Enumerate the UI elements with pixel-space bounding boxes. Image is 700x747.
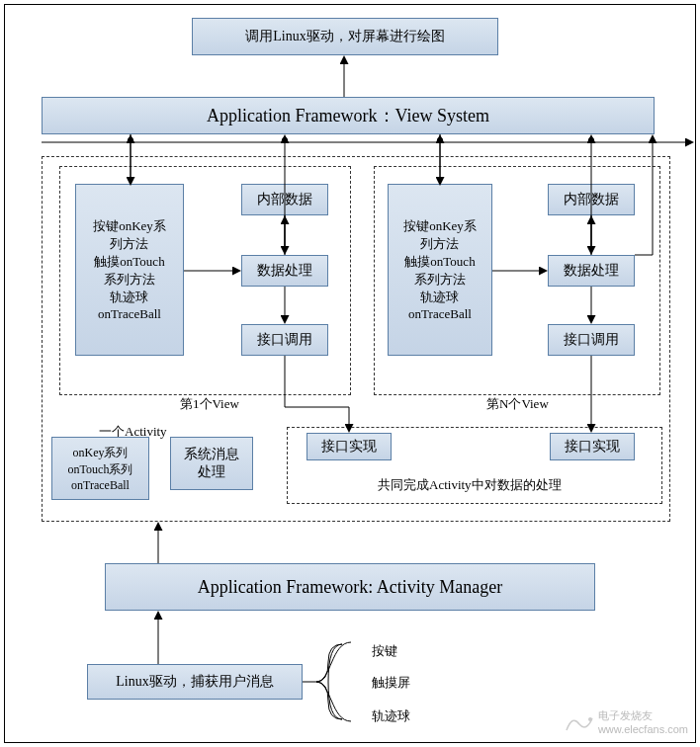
input-track-text: 轨迹球 <box>372 707 410 725</box>
watermark-icon <box>565 712 594 732</box>
interface-impl-2-box: 接口实现 <box>550 433 635 460</box>
view1-interface-call-box: 接口调用 <box>241 324 328 356</box>
view1-interface-call-text: 接口调用 <box>257 331 312 349</box>
linux-driver-user-text: Linux驱动，捕获用户消息 <box>116 673 273 691</box>
watermark: 电子发烧友 www.elecfans.com <box>565 708 688 735</box>
activity-handlers-box: onKey系列 onTouch系列 onTraceBall <box>51 437 149 500</box>
input-touch-text: 触摸屏 <box>372 674 410 692</box>
linux-driver-user-box: Linux驱动，捕获用户消息 <box>87 664 303 700</box>
view1-caption: 第1个View <box>178 395 241 413</box>
sys-msg-text: 系统消息 处理 <box>184 446 239 481</box>
shared-caption: 共同完成Activity中对数据的处理 <box>376 476 564 494</box>
viewN-interface-call-text: 接口调用 <box>564 331 619 349</box>
watermark-text: 电子发烧友 <box>598 708 688 723</box>
interface-impl-1-box: 接口实现 <box>306 433 392 460</box>
top-linux-draw-box: 调用Linux驱动，对屏幕进行绘图 <box>192 18 498 55</box>
viewN-internal-data-box: 内部数据 <box>548 184 635 215</box>
viewN-caption: 第N个View <box>484 395 551 413</box>
top-linux-draw-text: 调用Linux驱动，对屏幕进行绘图 <box>245 28 444 45</box>
input-key-text: 按键 <box>372 642 397 660</box>
viewN-data-process-text: 数据处理 <box>564 262 619 280</box>
view1-data-process-text: 数据处理 <box>257 262 312 280</box>
sys-msg-box: 系统消息 处理 <box>170 437 253 490</box>
activity-manager-text: Application Framework: Activity Manager <box>198 577 502 598</box>
interface-impl-2-text: 接口实现 <box>565 438 620 456</box>
viewN-handlers-text: 按键onKey系 列方法 触摸onTouch 系列方法 轨迹球 onTraceB… <box>403 217 477 322</box>
watermark-url: www.elecfans.com <box>598 723 688 735</box>
svg-point-0 <box>588 717 592 721</box>
viewN-data-process-box: 数据处理 <box>548 255 635 287</box>
view1-internal-data-text: 内部数据 <box>257 191 312 208</box>
view1-handlers-text: 按键onKey系 列方法 触摸onTouch 系列方法 轨迹球 onTraceB… <box>93 217 166 322</box>
view1-internal-data-box: 内部数据 <box>241 184 328 215</box>
activity-handlers-text: onKey系列 onTouch系列 onTraceBall <box>68 445 133 493</box>
viewN-handlers-box: 按键onKey系 列方法 触摸onTouch 系列方法 轨迹球 onTraceB… <box>388 184 492 356</box>
view1-handlers-box: 按键onKey系 列方法 触摸onTouch 系列方法 轨迹球 onTraceB… <box>75 184 184 356</box>
viewN-interface-call-box: 接口调用 <box>548 324 635 356</box>
view-system-text: Application Framework：View System <box>207 104 489 127</box>
view-system-box: Application Framework：View System <box>42 97 655 134</box>
view1-data-process-box: 数据处理 <box>241 255 328 287</box>
interface-impl-1-text: 接口实现 <box>321 438 377 456</box>
viewN-internal-data-text: 内部数据 <box>564 191 619 208</box>
activity-manager-box: Application Framework: Activity Manager <box>105 563 595 611</box>
